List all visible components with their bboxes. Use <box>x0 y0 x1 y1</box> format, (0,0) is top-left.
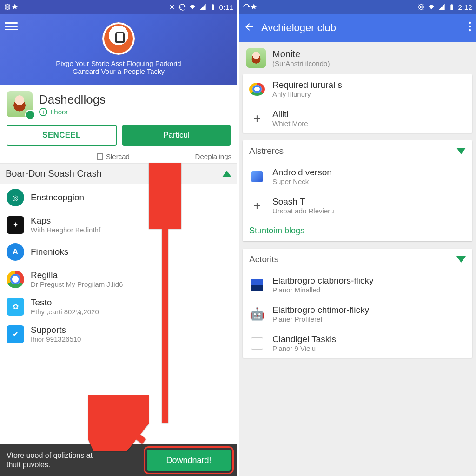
left-screenshot: 0:11 Pixge Your Storle Asst Floguing Par… <box>0 0 239 476</box>
android-icon: 🤖 <box>249 306 265 322</box>
content-body: Monite (SurAnstri ilcondo) Required iuru… <box>239 42 476 476</box>
install-button[interactable]: Particul <box>122 125 231 146</box>
specs-card: Alstrercs Android versonSuper Neck + Soa… <box>243 140 472 241</box>
menu-button[interactable] <box>5 20 18 31</box>
links-card: Required iururál sAnly Iflunury + Aliiti… <box>243 74 472 133</box>
link-item[interactable]: + AliitiWhiet More <box>243 104 472 133</box>
plus-badge-icon: + <box>39 108 47 116</box>
link-item[interactable]: Required iururál sAnly Iflunury <box>243 74 472 104</box>
section-title: Boar-Don Soash Crash <box>6 168 102 179</box>
battery-icon <box>209 3 217 11</box>
svg-point-1 <box>171 6 173 8</box>
svg-rect-2 <box>212 5 214 10</box>
status-bar: 0:11 <box>0 0 237 14</box>
cancel-button[interactable]: SENCEEL <box>7 125 117 146</box>
chevron-down-icon <box>456 148 466 154</box>
section-header[interactable]: Actorits <box>243 249 472 270</box>
svg-rect-6 <box>451 4 452 4</box>
user-row[interactable]: Monite (SurAnstri ilcondo) <box>239 42 476 74</box>
status-time: 2:12 <box>458 3 472 11</box>
download-button[interactable]: Downdnard! <box>147 450 231 471</box>
app-list: ◎ Enstncopgion ✦ KapsWith Heeghor Be,lin… <box>0 184 237 348</box>
chevron-down-icon <box>456 256 466 263</box>
app-icon: A <box>7 243 24 261</box>
svg-rect-5 <box>450 5 453 10</box>
toast-message: Vtore uood of qoliztions at thuit puvole… <box>7 451 147 469</box>
app-title: Dashedllogs <box>39 93 106 107</box>
collapse-up-icon <box>222 171 231 177</box>
app-icon <box>249 336 265 351</box>
cell-icon <box>199 3 206 11</box>
plus-icon: + <box>249 198 265 214</box>
settings-status-icon <box>168 3 176 11</box>
status-time: 0:11 <box>219 3 233 11</box>
status-bar: 2:12 <box>239 0 476 14</box>
list-item[interactable]: RegillaDr Pregust My Progilam J.lid6 <box>0 265 237 293</box>
list-item[interactable]: ✔ SupportsIhior 991326510 <box>0 320 237 348</box>
sync-icon <box>178 3 186 11</box>
list-item[interactable]: ✦ KapsWith Heeghor Be,linthf <box>0 211 237 238</box>
back-button[interactable] <box>244 21 255 34</box>
wifi-icon <box>428 3 435 11</box>
twitter-icon: ✔ <box>7 325 24 343</box>
user-name: Monite <box>272 49 330 60</box>
apps-card: Actorits Elaitbrogro clabnors-flickyPlan… <box>243 249 472 358</box>
section-header[interactable]: Alstrercs <box>243 140 472 162</box>
svg-point-8 <box>469 26 471 27</box>
right-screenshot: 2:12 Avchieloger club Monite (SurAnstri … <box>239 0 476 476</box>
app-item[interactable]: 🤖 Elaitbrogro chtimor-flickyPlaner Profi… <box>243 299 472 329</box>
store-header: Pixge Your Storle Asst Floguing Parkorid… <box>0 14 237 85</box>
sync-icon <box>243 3 250 11</box>
spec-item[interactable]: + Soash TUrsoat ado Rlevieru <box>243 191 472 220</box>
user-sub: (SurAnstri ilcondo) <box>272 60 330 67</box>
extra-status-icon <box>11 3 19 11</box>
svg-point-9 <box>469 29 471 31</box>
app-icon: ◎ <box>7 189 24 206</box>
list-item[interactable]: ◎ Enstncopgion <box>0 184 237 211</box>
section-header[interactable]: Boar-Don Soash Crash <box>0 163 237 184</box>
list-item[interactable]: A Finenioks <box>0 238 237 265</box>
checkbox-icon <box>97 153 103 160</box>
tagline-line1: Pixge Your Storle Asst Floguing Parkorid <box>6 60 231 67</box>
tagline-line2: Gancard Vour a People Tacky <box>6 67 231 75</box>
debug-icon <box>4 3 11 11</box>
debug-icon <box>417 3 425 11</box>
app-summary: Dashedllogs + Ithoor <box>0 85 237 120</box>
square-icon <box>249 169 265 185</box>
tab-right[interactable]: Deeplalings <box>195 152 231 160</box>
app-icon <box>249 277 265 293</box>
app-item[interactable]: Clandigel TaskisPlanor 9 Vielu <box>243 329 472 358</box>
svg-rect-3 <box>212 4 213 4</box>
plus-icon: + <box>249 111 265 126</box>
action-button-row: SENCEEL Particul <box>0 120 237 151</box>
extra-status-icon <box>250 3 258 11</box>
app-icon: ✿ <box>7 298 24 316</box>
chrome-icon <box>249 83 265 96</box>
more-link[interactable]: Stuntoim blogs <box>243 220 472 241</box>
chrome-icon <box>7 271 24 288</box>
store-logo-icon <box>102 22 135 55</box>
svg-point-7 <box>469 22 471 24</box>
toolbar: Avchieloger club <box>239 14 476 42</box>
overflow-menu-button[interactable] <box>469 21 471 35</box>
spec-item[interactable]: Android versonSuper Neck <box>243 162 472 191</box>
app-publisher: Ithoor <box>50 108 68 116</box>
app-publisher-row: + Ithoor <box>39 108 106 116</box>
app-avatar-icon <box>7 91 33 117</box>
tab-row: Slercad Deeplalings <box>0 151 237 163</box>
user-avatar-icon <box>246 48 266 68</box>
list-item[interactable]: ✿ TestoEthy ,earti 802¼,2020 <box>0 293 237 320</box>
app-item[interactable]: Elaitbrogro clabnors-flickyPlanor Minall… <box>243 270 472 299</box>
cell-icon <box>438 3 445 11</box>
battery-icon <box>448 3 456 11</box>
page-title: Avchieloger club <box>261 22 336 34</box>
tab-center[interactable]: Slercad <box>97 152 130 160</box>
toast: Vtore uood of qoliztions at thuit puvole… <box>0 444 237 476</box>
wifi-icon <box>189 3 196 11</box>
app-icon: ✦ <box>7 216 24 234</box>
